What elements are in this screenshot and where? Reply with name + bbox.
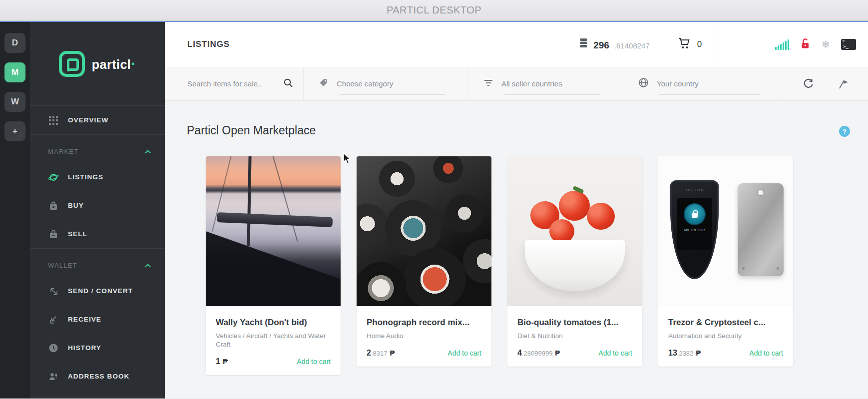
- marketplace-main: Particl Open Marketplace ? Wally Yacht (…: [165, 101, 868, 399]
- add-to-cart-button[interactable]: Add to cart: [297, 358, 331, 366]
- flag-button[interactable]: [837, 78, 849, 89]
- sidebar-item-receive[interactable]: RECEIVE: [30, 305, 165, 334]
- sidebar-item-sell[interactable]: SELL: [30, 220, 165, 248]
- add-identity-button[interactable]: +: [4, 121, 25, 141]
- seller-countries-placeholder: All seller countries: [501, 79, 562, 88]
- particl-logo: particl·: [30, 22, 165, 106]
- balance-integer: 296: [593, 40, 609, 51]
- identity-w-button[interactable]: W: [4, 92, 25, 112]
- send-icon: [48, 286, 59, 297]
- unlocked-icon[interactable]: [800, 38, 811, 51]
- filter-actions: [783, 67, 868, 100]
- receive-icon: [48, 314, 59, 325]
- tag-icon: [319, 78, 329, 90]
- section-label: MARKET: [48, 148, 78, 155]
- product-price: 2.8317₱: [367, 349, 395, 358]
- currency-symbol: ₱: [223, 357, 228, 366]
- product-price: 4.28099999₱: [517, 349, 560, 358]
- seller-countries-select[interactable]: All seller countries: [468, 67, 623, 100]
- listing-card-yacht[interactable]: Wally Yacht (Don't bid) Vehicles / Aircr…: [206, 156, 341, 375]
- os-title-bar: PARTICL DESKTOP: [0, 0, 868, 21]
- listing-card-tomatoes[interactable]: Bio-quality tomatoes (1... Diet & Nutrit…: [507, 156, 642, 367]
- field-underline: [659, 94, 760, 95]
- history-icon: [48, 343, 59, 354]
- search-icon[interactable]: [283, 78, 293, 90]
- particl-desktop-window: PARTICL DESKTOP D M W + particl· OVERVIE…: [0, 0, 868, 399]
- brand-name: particl: [92, 57, 131, 71]
- identity-d-button[interactable]: D: [4, 33, 25, 53]
- sidebar-item-label: SELL: [68, 230, 87, 238]
- product-title[interactable]: Wally Yacht (Don't bid): [216, 317, 331, 328]
- refresh-button[interactable]: [803, 78, 814, 89]
- snowflake-icon[interactable]: ❄: [822, 39, 830, 49]
- terminal-icon[interactable]: >_: [841, 39, 856, 50]
- product-title[interactable]: Phonograph record mix...: [367, 317, 481, 328]
- grid-icon: [48, 115, 59, 126]
- search-field[interactable]: [165, 67, 303, 100]
- product-title[interactable]: Bio-quality tomatoes (1...: [517, 317, 632, 328]
- cart-icon: [678, 37, 691, 51]
- top-bar: LISTINGS 296.61408247 0: [165, 22, 868, 67]
- sidebar-section-wallet[interactable]: WALLET: [30, 249, 165, 277]
- your-country-select[interactable]: Your country: [623, 67, 783, 100]
- divider: [30, 396, 165, 397]
- product-image-yacht[interactable]: [206, 156, 341, 306]
- planet-icon: [48, 172, 59, 183]
- sidebar-item-label: BUY: [68, 202, 84, 209]
- currency-symbol: ₱: [696, 349, 701, 357]
- listing-card-trezor[interactable]: TREZOR My TREZOR Trezor & C: [658, 156, 793, 367]
- coins-icon: [579, 38, 588, 50]
- currency-symbol: ₱: [555, 349, 560, 357]
- product-image-records[interactable]: [357, 156, 491, 306]
- section-label: WALLET: [48, 262, 77, 269]
- signal-bars-icon[interactable]: [775, 39, 789, 50]
- sidebar-item-label: HISTORY: [68, 344, 101, 352]
- lock-icon: [684, 203, 706, 225]
- field-underline: [340, 94, 445, 95]
- trezor-device: TREZOR My TREZOR: [670, 180, 719, 279]
- sidebar-item-send-convert[interactable]: SEND / CONVERT: [30, 277, 165, 305]
- globe-icon: [638, 77, 649, 90]
- help-icon[interactable]: ?: [839, 126, 850, 137]
- sidebar-item-address-book[interactable]: ADDRESS BOOK: [30, 362, 165, 391]
- bag-plus-icon: [48, 200, 59, 211]
- product-category: Automation and Security: [668, 332, 783, 340]
- search-input[interactable]: [187, 79, 283, 88]
- chevron-up-icon[interactable]: [145, 147, 151, 156]
- field-underline: [504, 94, 600, 95]
- sidebar-item-overview[interactable]: OVERVIEW: [30, 106, 165, 134]
- identity-m-button[interactable]: M: [4, 62, 25, 82]
- sidebar-item-listings[interactable]: LISTINGS: [30, 163, 165, 191]
- product-image-trezor[interactable]: TREZOR My TREZOR: [658, 156, 793, 306]
- window-title: PARTICL DESKTOP: [387, 4, 481, 16]
- product-image-tomatoes[interactable]: [507, 156, 642, 306]
- category-placeholder: Choose category: [337, 79, 393, 88]
- wallet-balance: 296.61408247: [579, 38, 650, 51]
- sidebar-item-label: LISTINGS: [68, 173, 103, 181]
- product-category: Diet & Nutrition: [517, 332, 632, 340]
- sidebar-nav: OVERVIEW MARKET LISTINGS: [30, 106, 165, 399]
- sidebar-item-label: RECEIVE: [68, 316, 101, 323]
- brand-dot: ·: [131, 55, 136, 72]
- chevron-up-icon[interactable]: [145, 261, 151, 270]
- address-book-icon: [48, 371, 59, 382]
- sidebar-section-market[interactable]: MARKET: [30, 135, 165, 163]
- cryptosteel-plate: [738, 183, 784, 276]
- add-to-cart-button[interactable]: Add to cart: [749, 349, 783, 357]
- cart-button[interactable]: 0: [663, 37, 717, 51]
- identity-rail: D M W +: [0, 22, 30, 399]
- filter-lines-icon: [483, 78, 493, 89]
- sidebar-item-label: SEND / CONVERT: [68, 287, 133, 295]
- your-country-placeholder: Your country: [657, 79, 699, 88]
- sidebar-item-buy[interactable]: BUY: [30, 191, 165, 220]
- add-to-cart-button[interactable]: Add to cart: [598, 349, 632, 357]
- sidebar-item-history[interactable]: HISTORY: [30, 334, 165, 362]
- add-to-cart-button[interactable]: Add to cart: [447, 349, 481, 357]
- currency-symbol: ₱: [390, 349, 395, 357]
- product-title[interactable]: Trezor & Cryptosteel c...: [668, 317, 783, 328]
- category-select[interactable]: Choose category: [303, 67, 468, 100]
- page-title: LISTINGS: [165, 39, 230, 49]
- listing-card-records[interactable]: Phonograph record mix... Home Audio 2.83…: [357, 156, 491, 367]
- product-category: Home Audio: [367, 332, 481, 340]
- sidebar: particl· OVERVIEW MARKET: [30, 22, 165, 399]
